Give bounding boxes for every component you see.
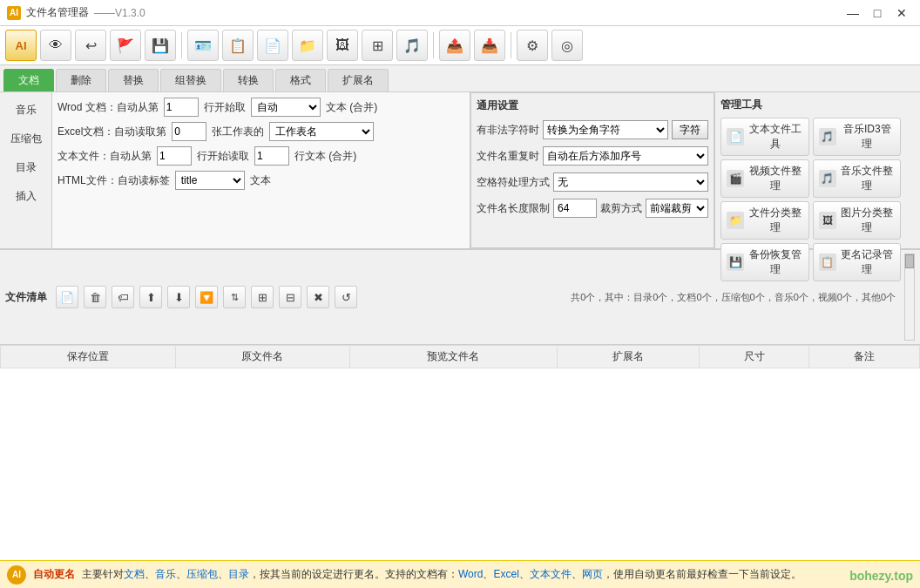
excel-start-input[interactable] <box>172 122 206 141</box>
copy-toolbar-btn[interactable]: 📋 <box>222 30 254 61</box>
folder-toolbar-btn[interactable]: 📁 <box>292 30 323 61</box>
id-toolbar-btn[interactable]: 🪪 <box>187 30 219 61</box>
gs-space-select[interactable]: 无 <box>553 172 708 192</box>
add-file-btn[interactable]: 📄 <box>56 286 78 308</box>
status-link-compress[interactable]: 压缩包 <box>186 568 218 580</box>
flag-toolbar-btn[interactable]: 🚩 <box>110 30 141 61</box>
eye-toolbar-btn[interactable]: 👁 <box>40 30 71 61</box>
close-button[interactable]: ✕ <box>890 3 913 23</box>
move-up-btn[interactable]: ⬆ <box>139 286 162 308</box>
back-toolbar-btn[interactable]: ↩ <box>75 30 106 61</box>
col-preview-name: 预览文件名 <box>350 346 558 368</box>
text-end-input[interactable] <box>254 146 289 166</box>
word-end-label: 文本 (合并) <box>326 100 377 115</box>
status-link-dir[interactable]: 目录 <box>228 568 249 580</box>
table-wrapper: 保存位置 原文件名 预览文件名 扩展名 尺寸 备注 <box>0 345 920 588</box>
grid-toolbar-btn[interactable]: ⊞ <box>362 30 393 61</box>
text-mid-label: 行开始读取 <box>197 149 249 164</box>
word-action-select[interactable]: 自动 <box>251 98 321 117</box>
status-bar: AI 自动更名 主要针对文档、音乐、压缩包、目录，按其当前的设定进行更名。支持的… <box>0 560 920 588</box>
tab-convert[interactable]: 转换 <box>223 69 274 91</box>
text-start-input[interactable] <box>157 146 192 166</box>
excel-label: Excel文档：自动读取第 <box>58 125 166 139</box>
import-toolbar-btn[interactable]: 📥 <box>474 30 505 61</box>
help-toolbar-btn[interactable]: ◎ <box>551 30 583 61</box>
gs-row-dup-name: 文件名重复时 自动在后方添加序号 <box>477 146 708 166</box>
general-settings-panel: 通用设置 有非法字符时 转换为全角字符 字符 文件名重复时 自动在后方添加序号 … <box>470 92 714 248</box>
status-link-textfile[interactable]: 文本文件 <box>530 568 572 580</box>
image-classify-btn[interactable]: 🖼 图片分类整理 <box>813 201 902 240</box>
video-organize-btn[interactable]: 🎬 视频文件整理 <box>720 159 809 198</box>
text-file-label: 文本文件工具 <box>748 122 803 152</box>
expand-btn[interactable]: 🔽 <box>195 286 218 308</box>
tab-extend[interactable]: 扩展名 <box>328 69 389 91</box>
file-classify-btn[interactable]: 📁 文件分类整理 <box>720 201 809 240</box>
music-toolbar-btn[interactable]: 🎵 <box>396 30 428 61</box>
minimize-button[interactable]: — <box>842 3 864 23</box>
gs-row-illegal-char: 有非法字符时 转换为全角字符 字符 <box>477 120 708 139</box>
gs-length-input[interactable] <box>553 199 597 218</box>
refresh-btn[interactable]: ↺ <box>335 286 357 308</box>
status-link-doc[interactable]: 文档 <box>124 568 145 580</box>
save-toolbar-btn[interactable]: 💾 <box>145 30 176 61</box>
status-link-word[interactable]: Word <box>458 568 483 580</box>
text-file-tool-btn[interactable]: 📄 文本文件工具 <box>720 118 809 156</box>
status-link-webpage[interactable]: 网页 <box>582 568 603 580</box>
status-link-excel[interactable]: Excel <box>493 568 518 580</box>
gs-dup-select[interactable]: 自动在后方添加序号 <box>543 146 708 166</box>
title-bar-controls: — □ ✕ <box>842 3 913 23</box>
sort-btn[interactable]: ⇅ <box>223 286 246 308</box>
sidebar-tab-compress[interactable]: 压缩包 <box>2 125 50 152</box>
settings-row-area: 音乐 压缩包 目录 插入 Wrod 文档：自动从第 行开始取 自动 文本 (合并… <box>0 92 920 249</box>
music-organize-btn[interactable]: 🎵 音乐文件整理 <box>813 159 902 198</box>
music-id3-icon: 🎵 <box>819 128 836 145</box>
music-id3-label: 音乐ID3管理 <box>840 122 896 152</box>
excel-action-select[interactable]: 工作表名 <box>269 122 374 141</box>
gs-illegal-select[interactable]: 转换为全角字符 <box>543 120 668 139</box>
status-link-music[interactable]: 音乐 <box>155 568 176 580</box>
file-classify-icon: 📁 <box>727 212 744 229</box>
html-end-label: 文本 <box>250 173 271 188</box>
paste-toolbar-btn[interactable]: 📄 <box>257 30 288 61</box>
settings-toolbar-btn[interactable]: ⚙ <box>517 30 548 61</box>
app-icon: AI <box>7 6 21 20</box>
move-down-btn[interactable]: ⬇ <box>167 286 190 308</box>
app-version: ——V1.3.0 <box>94 7 145 19</box>
ai-toolbar-btn[interactable]: AI <box>5 30 37 61</box>
text-settings-row: 文本文件：自动从第 行开始读取 行文本 (合并) <box>58 146 464 166</box>
tab-format[interactable]: 格式 <box>275 69 326 91</box>
word-start-input[interactable] <box>164 98 199 117</box>
music-id3-btn[interactable]: 🎵 音乐ID3管理 <box>813 118 902 156</box>
backup-restore-label: 备份恢复管理 <box>748 247 803 277</box>
gs-length-label: 文件名长度限制 <box>477 201 550 216</box>
gs-trim-label: 裁剪方式 <box>600 201 642 216</box>
sidebar-tab-directory[interactable]: 目录 <box>2 154 50 181</box>
clear-btn[interactable]: ✖ <box>307 286 329 308</box>
delete-file-btn[interactable]: 🗑 <box>84 286 106 308</box>
title-bar: AI 文件名管理器 ——V1.3.0 — □ ✕ <box>0 0 920 26</box>
sidebar-tab-music[interactable]: 音乐 <box>2 97 50 124</box>
image-toolbar-btn[interactable]: 🖼 <box>327 30 358 61</box>
tab-doc[interactable]: 文档 <box>3 69 54 91</box>
music-organize-label: 音乐文件整理 <box>840 164 896 193</box>
maximize-button[interactable]: □ <box>866 3 889 23</box>
text-end-label: 行文本 (合并) <box>294 149 356 164</box>
image-classify-label: 图片分类整理 <box>840 206 896 235</box>
file-list-title: 文件清单 <box>5 290 47 305</box>
separator-1 <box>181 32 182 58</box>
tab-delete[interactable]: 删除 <box>56 69 106 91</box>
gs-trim-select[interactable]: 前端裁剪 后端裁剪 <box>646 199 708 218</box>
tag-file-btn[interactable]: 🏷 <box>112 286 134 308</box>
grid2-btn[interactable]: ⊟ <box>279 286 301 308</box>
gs-char-button[interactable]: 字符 <box>672 120 708 139</box>
backup-restore-btn[interactable]: 💾 备份恢复管理 <box>720 243 809 281</box>
video-organize-label: 视频文件整理 <box>748 164 803 193</box>
export-toolbar-btn[interactable]: 📤 <box>439 30 470 61</box>
gs-space-label: 空格符处理方式 <box>477 175 550 190</box>
tab-group-replace[interactable]: 组替换 <box>160 69 221 91</box>
sidebar-tab-insert[interactable]: 插入 <box>2 183 50 210</box>
html-tag-select[interactable]: title h1 meta <box>175 171 245 190</box>
tab-replace[interactable]: 替换 <box>108 69 159 91</box>
rename-log-btn[interactable]: 📋 更名记录管理 <box>813 243 902 281</box>
filter-btn[interactable]: ⊞ <box>251 286 274 308</box>
